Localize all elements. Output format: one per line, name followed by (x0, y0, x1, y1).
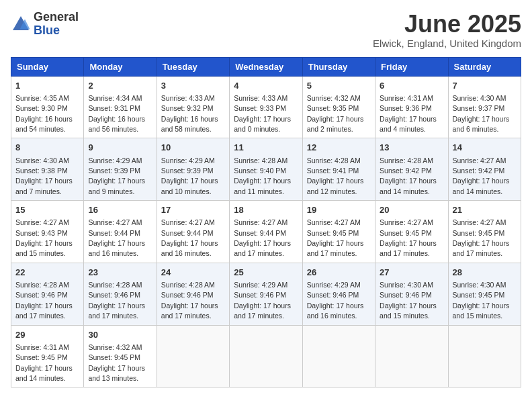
day-number: 16 (88, 204, 152, 216)
day-number: 10 (161, 142, 225, 154)
daylight-info: Daylight: 17 hours and 14 minutes. (15, 364, 73, 382)
day-number: 27 (380, 267, 443, 279)
day-number: 22 (15, 267, 79, 279)
sunset-info: Sunset: 9:39 PM (161, 167, 214, 175)
sunset-info: Sunset: 9:45 PM (88, 353, 140, 361)
sunrise-info: Sunrise: 4:27 AM (15, 218, 69, 226)
daylight-info: Daylight: 17 hours and 14 minutes. (453, 177, 510, 195)
daylight-info: Daylight: 17 hours and 6 minutes. (453, 115, 510, 133)
day-number: 23 (88, 267, 152, 279)
sunrise-info: Sunrise: 4:30 AM (453, 281, 506, 289)
sunrise-info: Sunrise: 4:27 AM (234, 218, 287, 226)
sunset-info: Sunset: 9:46 PM (161, 291, 214, 299)
day-number: 11 (234, 142, 298, 154)
daylight-info: Daylight: 17 hours and 16 minutes. (161, 239, 218, 257)
daylight-info: Daylight: 17 hours and 12 minutes. (307, 177, 364, 195)
calendar-day-cell: 24 Sunrise: 4:28 AM Sunset: 9:46 PM Dayl… (157, 263, 229, 325)
calendar-day-cell: 20 Sunrise: 4:27 AM Sunset: 9:45 PM Dayl… (375, 201, 448, 263)
daylight-info: Daylight: 17 hours and 17 minutes. (88, 302, 145, 320)
sunset-info: Sunset: 9:45 PM (380, 229, 432, 237)
daylight-info: Daylight: 17 hours and 4 minutes. (380, 115, 437, 133)
day-number: 28 (453, 267, 517, 279)
calendar-day-cell: 10 Sunrise: 4:29 AM Sunset: 9:39 PM Dayl… (157, 138, 229, 201)
sunrise-info: Sunrise: 4:33 AM (161, 94, 215, 102)
sunset-info: Sunset: 9:31 PM (88, 104, 140, 112)
calendar-day-cell: 17 Sunrise: 4:27 AM Sunset: 9:44 PM Dayl… (157, 201, 229, 263)
day-number: 26 (307, 267, 371, 279)
day-of-week-header: Monday (84, 57, 157, 76)
title-area: June 2025 Elwick, England, United Kingdo… (373, 11, 521, 49)
daylight-info: Daylight: 17 hours and 9 minutes. (88, 177, 145, 195)
daylight-info: Daylight: 17 hours and 17 minutes. (15, 302, 73, 320)
day-number: 30 (88, 329, 152, 341)
day-number: 24 (161, 267, 225, 279)
calendar-week-row: 15 Sunrise: 4:27 AM Sunset: 9:43 PM Dayl… (11, 201, 521, 263)
sunset-info: Sunset: 9:37 PM (453, 104, 505, 112)
day-number: 29 (15, 329, 79, 341)
calendar-day-cell: 15 Sunrise: 4:27 AM Sunset: 9:43 PM Dayl… (11, 201, 84, 263)
calendar-day-cell: 23 Sunrise: 4:28 AM Sunset: 9:46 PM Dayl… (84, 263, 157, 325)
sunrise-info: Sunrise: 4:31 AM (15, 343, 69, 351)
sunset-info: Sunset: 9:44 PM (234, 229, 286, 237)
day-number: 12 (307, 142, 371, 154)
sunset-info: Sunset: 9:30 PM (15, 104, 68, 112)
sunrise-info: Sunrise: 4:27 AM (88, 218, 142, 226)
calendar-day-cell: 13 Sunrise: 4:28 AM Sunset: 9:42 PM Dayl… (375, 138, 448, 201)
calendar-day-cell: 8 Sunrise: 4:30 AM Sunset: 9:38 PM Dayli… (11, 138, 84, 201)
calendar-day-cell: 28 Sunrise: 4:30 AM Sunset: 9:45 PM Dayl… (448, 263, 521, 325)
day-number: 20 (380, 204, 443, 216)
day-of-week-header: Friday (375, 57, 448, 76)
day-number: 4 (234, 80, 298, 92)
calendar-day-cell: 9 Sunrise: 4:29 AM Sunset: 9:39 PM Dayli… (84, 138, 157, 201)
day-number: 13 (380, 142, 443, 154)
day-number: 25 (234, 267, 298, 279)
sunrise-info: Sunrise: 4:28 AM (307, 156, 361, 165)
calendar-day-cell: 25 Sunrise: 4:29 AM Sunset: 9:46 PM Dayl… (230, 263, 302, 325)
daylight-info: Daylight: 17 hours and 17 minutes. (234, 302, 291, 320)
sunset-info: Sunset: 9:46 PM (307, 291, 359, 299)
sunset-info: Sunset: 9:42 PM (380, 167, 432, 175)
sunrise-info: Sunrise: 4:28 AM (88, 281, 142, 289)
calendar-day-cell: 30 Sunrise: 4:32 AM Sunset: 9:45 PM Dayl… (84, 325, 157, 387)
sunset-info: Sunset: 9:35 PM (307, 104, 359, 112)
day-of-week-header: Wednesday (230, 57, 302, 76)
sunset-info: Sunset: 9:41 PM (307, 167, 359, 175)
calendar-day-cell: 7 Sunrise: 4:30 AM Sunset: 9:37 PM Dayli… (448, 76, 521, 138)
calendar-week-row: 22 Sunrise: 4:28 AM Sunset: 9:46 PM Dayl… (11, 263, 521, 325)
day-number: 2 (88, 80, 152, 92)
daylight-info: Daylight: 17 hours and 17 minutes. (234, 239, 291, 257)
sunrise-info: Sunrise: 4:27 AM (453, 218, 506, 226)
calendar-day-cell (302, 325, 375, 387)
daylight-info: Daylight: 17 hours and 13 minutes. (88, 364, 145, 382)
calendar-day-cell: 6 Sunrise: 4:31 AM Sunset: 9:36 PM Dayli… (375, 76, 448, 138)
daylight-info: Daylight: 17 hours and 17 minutes. (161, 302, 218, 320)
day-number: 17 (161, 204, 225, 216)
calendar-day-cell: 4 Sunrise: 4:33 AM Sunset: 9:33 PM Dayli… (230, 76, 302, 138)
daylight-info: Daylight: 17 hours and 16 minutes. (88, 239, 145, 257)
sunset-info: Sunset: 9:46 PM (234, 291, 286, 299)
day-number: 21 (453, 204, 517, 216)
sunrise-info: Sunrise: 4:34 AM (88, 94, 142, 102)
sunset-info: Sunset: 9:32 PM (161, 104, 214, 112)
daylight-info: Daylight: 17 hours and 17 minutes. (380, 239, 437, 257)
sunrise-info: Sunrise: 4:27 AM (307, 218, 361, 226)
daylight-info: Daylight: 17 hours and 14 minutes. (380, 177, 437, 195)
sunset-info: Sunset: 9:45 PM (453, 291, 505, 299)
daylight-info: Daylight: 17 hours and 17 minutes. (307, 239, 364, 257)
day-number: 3 (161, 80, 225, 92)
sunrise-info: Sunrise: 4:35 AM (15, 94, 69, 102)
daylight-info: Daylight: 17 hours and 16 minutes. (307, 302, 364, 320)
calendar: SundayMondayTuesdayWednesdayThursdayFrid… (11, 57, 521, 388)
day-of-week-header: Tuesday (157, 57, 229, 76)
daylight-info: Daylight: 17 hours and 15 minutes. (380, 302, 437, 320)
daylight-info: Daylight: 16 hours and 54 minutes. (15, 115, 73, 133)
daylight-info: Daylight: 17 hours and 10 minutes. (161, 177, 218, 195)
calendar-day-cell: 26 Sunrise: 4:29 AM Sunset: 9:46 PM Dayl… (302, 263, 375, 325)
logo: General Blue (11, 11, 79, 38)
sunset-info: Sunset: 9:36 PM (380, 104, 432, 112)
sunrise-info: Sunrise: 4:27 AM (453, 156, 506, 165)
sunset-info: Sunset: 9:38 PM (15, 167, 68, 175)
sunset-info: Sunset: 9:45 PM (307, 229, 359, 237)
sunset-info: Sunset: 9:45 PM (453, 229, 505, 237)
daylight-info: Daylight: 17 hours and 15 minutes. (15, 239, 73, 257)
